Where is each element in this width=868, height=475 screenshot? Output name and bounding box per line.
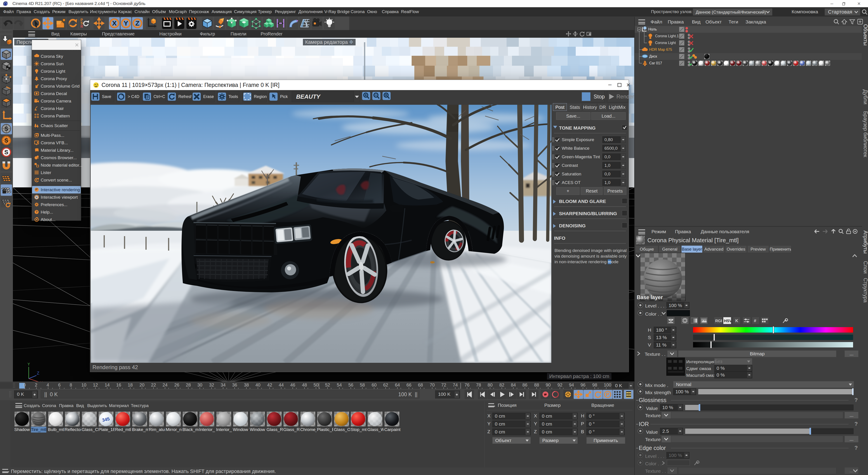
- svg-text:RGB: RGB: [715, 319, 722, 323]
- svg-text:Y: Y: [124, 20, 128, 27]
- svg-text:X: X: [112, 20, 117, 27]
- svg-text:Z: Z: [135, 20, 140, 27]
- svg-text:Z: Z: [37, 371, 39, 375]
- svg-text:S: S: [4, 137, 8, 144]
- svg-text:#: #: [754, 318, 756, 323]
- svg-text:?: ?: [36, 210, 38, 214]
- svg-text:S: S: [4, 149, 8, 156]
- svg-text:P: P: [606, 392, 610, 397]
- svg-text:S: S: [4, 125, 8, 132]
- svg-text:Y: Y: [27, 363, 30, 366]
- svg-text:R: R: [81, 25, 83, 28]
- svg-text:K: K: [735, 318, 738, 323]
- svg-text:HSV: HSV: [724, 319, 731, 323]
- svg-text:345: 345: [102, 416, 110, 422]
